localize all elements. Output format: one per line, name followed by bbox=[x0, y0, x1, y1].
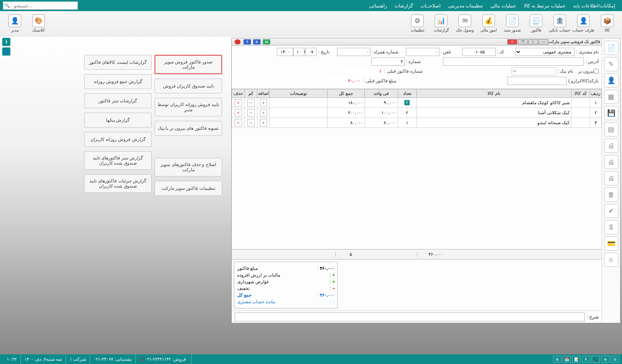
description-input[interactable] bbox=[235, 312, 585, 321]
row-add-icon[interactable]: + bbox=[260, 119, 267, 126]
toolbar: 📦کالا👤طرف حساب🏦حساب بانکی🧾فاکتور📄صدور سن… bbox=[0, 11, 622, 36]
grid-header-cell: فی واحد bbox=[364, 89, 398, 98]
table-row[interactable]: ۲کیک شکلاتی آشنا۲۱۰۰,۰۰۰۲۰۰,۰۰۰+−× bbox=[232, 108, 602, 118]
theme-icon: 👤 bbox=[9, 14, 21, 27]
close-button[interactable]: ✕ bbox=[507, 39, 517, 44]
side-icon-print[interactable]: 🖨 bbox=[604, 171, 618, 185]
side-button[interactable]: گزارش جزئیات فاکتورهای تایید صندوق شده ک… bbox=[84, 174, 152, 193]
customer-select[interactable]: مشتری عمومی bbox=[515, 48, 575, 56]
sb-icon-7[interactable]: ⊟ bbox=[611, 356, 619, 363]
menu-item[interactable]: تنظیمات مدیریتی bbox=[444, 3, 487, 9]
side-button[interactable]: تسویه فاکتور های بیرون بر با پیک bbox=[155, 121, 222, 136]
row-minus-icon[interactable]: − bbox=[247, 99, 255, 106]
letter-buttons: HKT bbox=[244, 39, 270, 44]
side-icon-money[interactable]: $ bbox=[604, 220, 618, 234]
side-icon-stamp[interactable]: ✔ bbox=[604, 204, 618, 218]
row-add-icon[interactable]: + bbox=[260, 99, 267, 106]
row-add-icon[interactable]: + bbox=[260, 109, 267, 116]
code-input[interactable] bbox=[462, 48, 496, 56]
side-icon-barcode[interactable]: ▤ bbox=[604, 122, 618, 136]
row-delete-icon[interactable]: × bbox=[235, 119, 242, 126]
invoice-grid-wrap[interactable]: ردیفکد کالانام کالاتعدادفی واحدجمع کلتوض… bbox=[232, 89, 602, 249]
toolbar-button[interactable]: 📄صدور سند bbox=[501, 13, 523, 34]
theme-button[interactable]: 🎨کلاسیک bbox=[27, 13, 50, 34]
side-button[interactable]: تنظیمات فاکتور سوپر مارکت bbox=[155, 181, 222, 196]
sum-grand-v: ۴۶۰,۰۰۰ bbox=[320, 292, 334, 298]
toolbar-button[interactable]: 👤طرف حساب bbox=[572, 13, 595, 34]
maximize-button[interactable]: □ bbox=[528, 39, 538, 44]
letter-button-K[interactable]: K bbox=[253, 39, 261, 44]
side-button[interactable]: گزارش فروش روزانه کاربران bbox=[84, 132, 152, 147]
sb-icon-6[interactable]: ⊕ bbox=[601, 356, 609, 363]
invoice-title-text: فاکتور تک فروشی سوپر مارکت bbox=[548, 39, 600, 44]
row-delete-icon[interactable]: × bbox=[235, 99, 242, 106]
row-minus-icon[interactable]: − bbox=[247, 109, 255, 116]
menu-item[interactable]: عملیات مرتبط به کالا bbox=[520, 3, 569, 9]
side-button[interactable]: تایید فروش روزانه کاربران توسط مدیر bbox=[155, 98, 222, 116]
invoice-summary: مبلغ فاکتور: ۴۶۰,۰۰۰ +مالیات بر ارزش افز… bbox=[234, 262, 338, 308]
sb-icon-4[interactable]: K bbox=[582, 356, 590, 363]
side-icon-card[interactable]: 💳 bbox=[604, 236, 618, 251]
restore-button[interactable]: ❐ bbox=[518, 39, 527, 44]
side-icon-calc-del[interactable]: 🗑 bbox=[604, 188, 618, 202]
menu-item[interactable]: گزارشات bbox=[391, 3, 417, 9]
side-icon-exit[interactable]: ⎋ bbox=[604, 253, 618, 267]
sb-icon-5[interactable]: 📞 bbox=[592, 356, 600, 363]
side-icon-save[interactable]: 💾 bbox=[604, 106, 618, 120]
side-icon-user-add[interactable]: 👤 bbox=[604, 73, 618, 87]
row-minus-icon[interactable]: − bbox=[247, 119, 255, 126]
date-day-input[interactable] bbox=[305, 48, 317, 56]
side-icon-new[interactable]: 📄 bbox=[604, 41, 618, 55]
totals-bar: ۴۶۰,۰۰۰ ۵ bbox=[232, 249, 602, 259]
sb-icon-3[interactable]: 📝 bbox=[572, 356, 580, 363]
side-icon-edit[interactable]: ✎ bbox=[604, 57, 618, 71]
search-input[interactable] bbox=[11, 1, 78, 10]
side-button[interactable]: تایید صندوق کاربران فروش bbox=[155, 79, 222, 93]
side-button[interactable]: صدور فاکتور فروش سوپر مارکت bbox=[155, 55, 222, 74]
toolbar-button[interactable]: 📊گزارشات bbox=[430, 13, 452, 34]
date-year-input[interactable] bbox=[277, 48, 293, 56]
side-button[interactable]: گزارش پیکها bbox=[84, 113, 152, 128]
minimize-button[interactable]: — bbox=[539, 39, 548, 44]
number-input[interactable] bbox=[371, 57, 405, 66]
side-icon-print-money[interactable]: 🖨 bbox=[604, 139, 618, 153]
toolbar-button[interactable]: 🏦حساب بانکی bbox=[549, 13, 571, 34]
info-icon[interactable]: ℹ bbox=[2, 38, 10, 46]
toolbar-button[interactable]: 🧾فاکتور bbox=[525, 13, 547, 34]
toolbar-button[interactable]: 💰امور مالی bbox=[477, 13, 500, 34]
mobile-input[interactable] bbox=[337, 48, 370, 56]
barcode-input[interactable] bbox=[507, 77, 567, 85]
menu-item[interactable]: اصلاحــات bbox=[417, 3, 444, 9]
table-row[interactable]: ۱شیر کاکائو کوچک ماهشام۲۹۰,۰۰۰۱۸۰,۰۰۰+−× bbox=[232, 98, 602, 108]
status-sales: 🎧 فروش: ۲۲۲۲۱۱۴۲-۰۲۱ bbox=[136, 354, 192, 364]
menu-item[interactable]: إمکانات/اطلاعات پایه bbox=[569, 3, 619, 9]
letter-button-H[interactable]: H bbox=[263, 39, 270, 44]
side-button[interactable]: گزارشات تیتر فاکتور bbox=[84, 93, 152, 108]
toolbar-button[interactable]: ✉وصول چک bbox=[454, 13, 476, 34]
toolbar-button[interactable]: ⚙تنظیمات bbox=[406, 13, 429, 34]
table-row[interactable]: ۳کیک صبحانه لیندو۱۸۰,۰۰۰۸۰,۰۰۰+−× bbox=[232, 118, 602, 128]
row-delete-icon[interactable]: × bbox=[235, 109, 242, 116]
menu-item[interactable]: عملیات مالی bbox=[487, 3, 520, 9]
status-company: شرکت ۱ bbox=[66, 354, 90, 364]
invoice-window: 📄 ✎ 👤 ▦ 💾 ▤ 🖨 🖨 🖨 🗑 ✔ $ 💳 ⎋ فاکتور تک فر… bbox=[231, 38, 621, 323]
search-wrap: 🔍 bbox=[3, 1, 78, 10]
date-month-input[interactable] bbox=[293, 48, 304, 56]
side-button[interactable]: گزارش تیتر فاکتورهای تایید صندوق شده کار… bbox=[84, 151, 152, 170]
phone-input[interactable] bbox=[406, 48, 439, 56]
user-icon[interactable]: 👤 bbox=[2, 47, 10, 56]
side-button[interactable]: اصلاح و حذف فاکتورهای سوپر مارکت bbox=[155, 158, 222, 176]
outside-checkbox[interactable] bbox=[594, 67, 599, 75]
side-button[interactable]: گزارش جمع فروش روزانه bbox=[84, 74, 152, 89]
menu-item[interactable]: راهنمائی bbox=[365, 3, 391, 9]
letter-button-T[interactable]: T bbox=[244, 39, 251, 44]
address-input[interactable] bbox=[443, 57, 584, 66]
theme-button[interactable]: 👤مدیر bbox=[4, 13, 26, 34]
search-icon[interactable]: 🔍 bbox=[3, 1, 11, 10]
side-icon-grid[interactable]: ▦ bbox=[604, 90, 618, 104]
sb-icon-2[interactable]: 📅 bbox=[563, 356, 571, 363]
sb-icon-1[interactable]: ⊞ bbox=[553, 356, 561, 363]
side-button[interactable]: گزارشات لیست کالاهای فاکتور bbox=[84, 55, 152, 70]
side-icon-print-cancel[interactable]: 🖨 bbox=[604, 155, 618, 169]
toolbar-button[interactable]: 📦کالا bbox=[596, 13, 618, 34]
